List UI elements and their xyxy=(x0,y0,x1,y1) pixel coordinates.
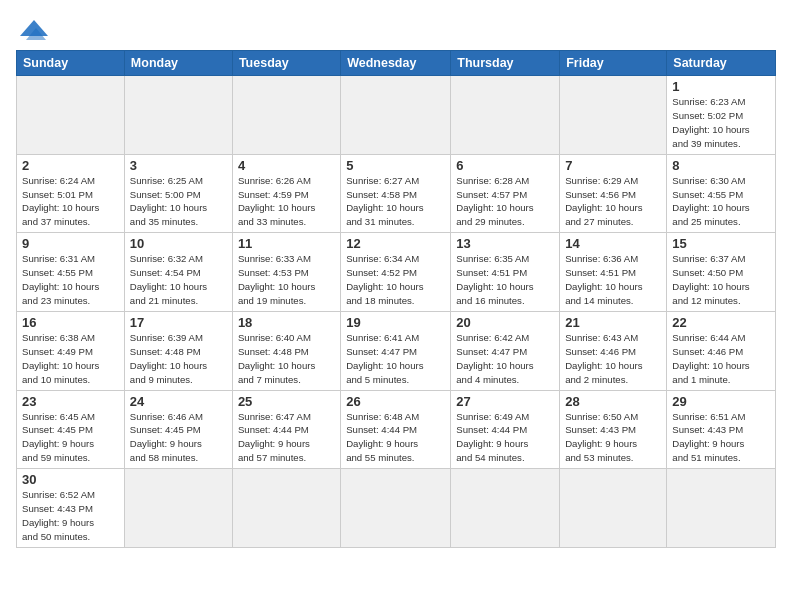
day-cell: 27Sunrise: 6:49 AM Sunset: 4:44 PM Dayli… xyxy=(451,390,560,469)
day-info: Sunrise: 6:25 AM Sunset: 5:00 PM Dayligh… xyxy=(130,174,227,230)
day-info: Sunrise: 6:34 AM Sunset: 4:52 PM Dayligh… xyxy=(346,252,445,308)
day-info: Sunrise: 6:51 AM Sunset: 4:43 PM Dayligh… xyxy=(672,410,770,466)
week-row-3: 16Sunrise: 6:38 AM Sunset: 4:49 PM Dayli… xyxy=(17,311,776,390)
day-cell: 10Sunrise: 6:32 AM Sunset: 4:54 PM Dayli… xyxy=(124,233,232,312)
day-info: Sunrise: 6:28 AM Sunset: 4:57 PM Dayligh… xyxy=(456,174,554,230)
day-info: Sunrise: 6:43 AM Sunset: 4:46 PM Dayligh… xyxy=(565,331,661,387)
day-number: 30 xyxy=(22,472,119,487)
day-number: 5 xyxy=(346,158,445,173)
day-cell: 1Sunrise: 6:23 AM Sunset: 5:02 PM Daylig… xyxy=(667,76,776,155)
day-number: 29 xyxy=(672,394,770,409)
day-number: 10 xyxy=(130,236,227,251)
day-info: Sunrise: 6:36 AM Sunset: 4:51 PM Dayligh… xyxy=(565,252,661,308)
day-info: Sunrise: 6:33 AM Sunset: 4:53 PM Dayligh… xyxy=(238,252,335,308)
day-cell: 8Sunrise: 6:30 AM Sunset: 4:55 PM Daylig… xyxy=(667,154,776,233)
day-number: 28 xyxy=(565,394,661,409)
day-number: 6 xyxy=(456,158,554,173)
col-header-sunday: Sunday xyxy=(17,51,125,76)
col-header-wednesday: Wednesday xyxy=(341,51,451,76)
week-row-4: 23Sunrise: 6:45 AM Sunset: 4:45 PM Dayli… xyxy=(17,390,776,469)
day-cell: 26Sunrise: 6:48 AM Sunset: 4:44 PM Dayli… xyxy=(341,390,451,469)
day-number: 1 xyxy=(672,79,770,94)
day-cell: 23Sunrise: 6:45 AM Sunset: 4:45 PM Dayli… xyxy=(17,390,125,469)
col-header-friday: Friday xyxy=(560,51,667,76)
day-cell: 25Sunrise: 6:47 AM Sunset: 4:44 PM Dayli… xyxy=(232,390,340,469)
day-number: 11 xyxy=(238,236,335,251)
day-number: 14 xyxy=(565,236,661,251)
day-cell: 29Sunrise: 6:51 AM Sunset: 4:43 PM Dayli… xyxy=(667,390,776,469)
day-number: 3 xyxy=(130,158,227,173)
page: SundayMondayTuesdayWednesdayThursdayFrid… xyxy=(0,0,792,612)
day-cell xyxy=(667,469,776,548)
day-cell xyxy=(341,76,451,155)
day-cell: 11Sunrise: 6:33 AM Sunset: 4:53 PM Dayli… xyxy=(232,233,340,312)
day-info: Sunrise: 6:27 AM Sunset: 4:58 PM Dayligh… xyxy=(346,174,445,230)
logo-icon xyxy=(16,16,52,44)
day-info: Sunrise: 6:38 AM Sunset: 4:49 PM Dayligh… xyxy=(22,331,119,387)
day-number: 15 xyxy=(672,236,770,251)
header xyxy=(16,12,776,44)
day-number: 7 xyxy=(565,158,661,173)
week-row-5: 30Sunrise: 6:52 AM Sunset: 4:43 PM Dayli… xyxy=(17,469,776,548)
day-info: Sunrise: 6:24 AM Sunset: 5:01 PM Dayligh… xyxy=(22,174,119,230)
day-cell: 12Sunrise: 6:34 AM Sunset: 4:52 PM Dayli… xyxy=(341,233,451,312)
day-number: 4 xyxy=(238,158,335,173)
day-cell: 21Sunrise: 6:43 AM Sunset: 4:46 PM Dayli… xyxy=(560,311,667,390)
day-cell: 15Sunrise: 6:37 AM Sunset: 4:50 PM Dayli… xyxy=(667,233,776,312)
day-info: Sunrise: 6:29 AM Sunset: 4:56 PM Dayligh… xyxy=(565,174,661,230)
day-number: 25 xyxy=(238,394,335,409)
day-cell xyxy=(451,76,560,155)
day-cell xyxy=(232,469,340,548)
day-number: 18 xyxy=(238,315,335,330)
day-number: 17 xyxy=(130,315,227,330)
day-cell: 14Sunrise: 6:36 AM Sunset: 4:51 PM Dayli… xyxy=(560,233,667,312)
week-row-1: 2Sunrise: 6:24 AM Sunset: 5:01 PM Daylig… xyxy=(17,154,776,233)
logo xyxy=(16,16,56,44)
day-info: Sunrise: 6:49 AM Sunset: 4:44 PM Dayligh… xyxy=(456,410,554,466)
day-cell: 7Sunrise: 6:29 AM Sunset: 4:56 PM Daylig… xyxy=(560,154,667,233)
week-row-2: 9Sunrise: 6:31 AM Sunset: 4:55 PM Daylig… xyxy=(17,233,776,312)
day-number: 27 xyxy=(456,394,554,409)
col-header-saturday: Saturday xyxy=(667,51,776,76)
col-header-tuesday: Tuesday xyxy=(232,51,340,76)
day-info: Sunrise: 6:31 AM Sunset: 4:55 PM Dayligh… xyxy=(22,252,119,308)
day-info: Sunrise: 6:42 AM Sunset: 4:47 PM Dayligh… xyxy=(456,331,554,387)
day-cell: 5Sunrise: 6:27 AM Sunset: 4:58 PM Daylig… xyxy=(341,154,451,233)
day-cell: 24Sunrise: 6:46 AM Sunset: 4:45 PM Dayli… xyxy=(124,390,232,469)
day-cell xyxy=(124,469,232,548)
day-cell: 9Sunrise: 6:31 AM Sunset: 4:55 PM Daylig… xyxy=(17,233,125,312)
day-info: Sunrise: 6:46 AM Sunset: 4:45 PM Dayligh… xyxy=(130,410,227,466)
day-number: 19 xyxy=(346,315,445,330)
day-info: Sunrise: 6:26 AM Sunset: 4:59 PM Dayligh… xyxy=(238,174,335,230)
day-number: 16 xyxy=(22,315,119,330)
day-cell: 13Sunrise: 6:35 AM Sunset: 4:51 PM Dayli… xyxy=(451,233,560,312)
day-info: Sunrise: 6:39 AM Sunset: 4:48 PM Dayligh… xyxy=(130,331,227,387)
day-info: Sunrise: 6:32 AM Sunset: 4:54 PM Dayligh… xyxy=(130,252,227,308)
day-cell: 17Sunrise: 6:39 AM Sunset: 4:48 PM Dayli… xyxy=(124,311,232,390)
day-info: Sunrise: 6:35 AM Sunset: 4:51 PM Dayligh… xyxy=(456,252,554,308)
day-number: 26 xyxy=(346,394,445,409)
day-cell: 3Sunrise: 6:25 AM Sunset: 5:00 PM Daylig… xyxy=(124,154,232,233)
day-info: Sunrise: 6:37 AM Sunset: 4:50 PM Dayligh… xyxy=(672,252,770,308)
day-number: 21 xyxy=(565,315,661,330)
day-number: 2 xyxy=(22,158,119,173)
day-info: Sunrise: 6:48 AM Sunset: 4:44 PM Dayligh… xyxy=(346,410,445,466)
week-row-0: 1Sunrise: 6:23 AM Sunset: 5:02 PM Daylig… xyxy=(17,76,776,155)
day-number: 22 xyxy=(672,315,770,330)
day-number: 13 xyxy=(456,236,554,251)
day-cell xyxy=(451,469,560,548)
day-cell: 19Sunrise: 6:41 AM Sunset: 4:47 PM Dayli… xyxy=(341,311,451,390)
day-cell xyxy=(560,469,667,548)
day-cell xyxy=(232,76,340,155)
day-cell: 20Sunrise: 6:42 AM Sunset: 4:47 PM Dayli… xyxy=(451,311,560,390)
day-number: 23 xyxy=(22,394,119,409)
day-cell: 2Sunrise: 6:24 AM Sunset: 5:01 PM Daylig… xyxy=(17,154,125,233)
day-info: Sunrise: 6:23 AM Sunset: 5:02 PM Dayligh… xyxy=(672,95,770,151)
day-cell: 6Sunrise: 6:28 AM Sunset: 4:57 PM Daylig… xyxy=(451,154,560,233)
day-info: Sunrise: 6:40 AM Sunset: 4:48 PM Dayligh… xyxy=(238,331,335,387)
day-info: Sunrise: 6:47 AM Sunset: 4:44 PM Dayligh… xyxy=(238,410,335,466)
day-cell: 22Sunrise: 6:44 AM Sunset: 4:46 PM Dayli… xyxy=(667,311,776,390)
day-cell: 18Sunrise: 6:40 AM Sunset: 4:48 PM Dayli… xyxy=(232,311,340,390)
day-info: Sunrise: 6:45 AM Sunset: 4:45 PM Dayligh… xyxy=(22,410,119,466)
col-header-monday: Monday xyxy=(124,51,232,76)
